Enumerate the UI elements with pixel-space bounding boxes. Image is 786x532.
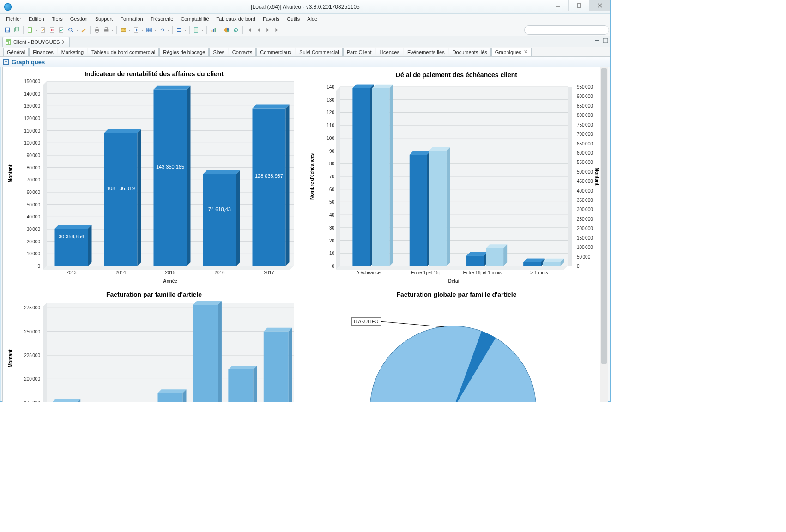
new-doc-icon[interactable]: [26, 26, 34, 34]
subtab-regles[interactable]: Règles de blocage: [159, 48, 209, 56]
subtab-tdb[interactable]: Tableau de bord commercial: [88, 48, 159, 56]
copy-icon[interactable]: [12, 26, 21, 34]
pie-chart-icon[interactable]: [223, 26, 231, 34]
export-icon[interactable]: [132, 26, 140, 34]
svg-text:2016: 2016: [214, 270, 225, 275]
menu-favoris[interactable]: Favoris: [260, 16, 282, 22]
subtab-commerciaux[interactable]: Commerciaux: [256, 48, 295, 56]
svg-text:143 350,165: 143 350,165: [156, 164, 184, 169]
window-buttons: [548, 0, 610, 11]
nav-next-icon[interactable]: [264, 26, 272, 34]
maximize-editor-icon[interactable]: [603, 38, 608, 43]
vertical-scrollbar[interactable]: ▴ ▾: [600, 67, 608, 402]
link-icon[interactable]: [158, 26, 166, 34]
editor-tab-client[interactable]: Client - BOUYGUES: [2, 37, 70, 47]
svg-text:850 000: 850 000: [577, 103, 593, 109]
svg-marker-93: [336, 266, 568, 270]
svg-rect-171: [466, 256, 484, 266]
nav-prev-icon[interactable]: [254, 26, 263, 34]
list-icon[interactable]: [175, 26, 183, 34]
svg-text:60: 60: [329, 187, 335, 192]
svg-text:80 000: 80 000: [27, 165, 41, 170]
dropdown-icon[interactable]: [35, 28, 38, 32]
svg-rect-185: [543, 262, 560, 266]
refresh-icon[interactable]: [232, 26, 240, 34]
subtab-marketing[interactable]: Marketing: [58, 48, 87, 56]
subtab-sites[interactable]: Sites: [209, 48, 228, 56]
search-doc-icon[interactable]: [67, 26, 75, 34]
svg-rect-79: [203, 174, 236, 266]
svg-rect-24: [6, 39, 11, 45]
svg-marker-154: [390, 85, 393, 266]
menu-outils[interactable]: Outils: [284, 16, 302, 22]
validate-doc-icon[interactable]: [57, 26, 66, 34]
subtab-contacts[interactable]: Contacts: [229, 48, 256, 56]
table-icon[interactable]: [145, 26, 153, 34]
menu-aide[interactable]: Aide: [304, 16, 320, 22]
subtab-graphiques[interactable]: Graphiques ✕: [491, 48, 532, 56]
menu-support[interactable]: Support: [92, 16, 116, 22]
svg-text:140 000: 140 000: [24, 91, 40, 97]
svg-text:650 000: 650 000: [577, 141, 593, 146]
dropdown-icon[interactable]: [141, 28, 144, 32]
print2-icon[interactable]: [102, 26, 110, 34]
close-button[interactable]: [589, 0, 610, 11]
pencil-icon[interactable]: [79, 26, 88, 34]
subtab-parc[interactable]: Parc Client: [343, 48, 375, 56]
delete-doc-icon[interactable]: [48, 26, 56, 34]
menu-formation[interactable]: Formation: [117, 16, 146, 22]
svg-text:> 1 mois: > 1 mois: [530, 270, 548, 275]
svg-rect-27: [595, 40, 599, 41]
svg-text:700 000: 700 000: [577, 132, 593, 137]
subtab-finances[interactable]: Finances: [29, 48, 57, 56]
subtab-label: Graphiques: [495, 49, 521, 55]
doc-green-icon[interactable]: [192, 26, 200, 34]
svg-rect-163: [429, 151, 447, 266]
svg-marker-176: [503, 244, 507, 266]
close-subtab-icon[interactable]: ✕: [524, 49, 528, 55]
subtab-general[interactable]: Général: [3, 48, 29, 56]
dropdown-icon[interactable]: [128, 28, 131, 32]
svg-marker-76: [187, 86, 191, 266]
dropdown-icon[interactable]: [167, 28, 170, 32]
maximize-button[interactable]: [568, 0, 589, 11]
subtab-docs[interactable]: Documents liés: [449, 48, 491, 56]
subtab-evts[interactable]: Evénements liés: [404, 48, 448, 56]
minimize-editor-icon[interactable]: [594, 38, 600, 43]
svg-text:100 000: 100 000: [577, 245, 593, 250]
dropdown-icon[interactable]: [76, 28, 79, 32]
svg-rect-3: [6, 30, 8, 32]
menu-tresorerie[interactable]: Trésorerie: [148, 16, 176, 22]
svg-text:8-AKUITEO: 8-AKUITEO: [354, 319, 379, 324]
edit-doc-icon[interactable]: [39, 26, 47, 34]
dropdown-icon[interactable]: [154, 28, 157, 32]
menu-gestion[interactable]: Gestion: [67, 16, 91, 22]
subtab-suivi[interactable]: Suivi Commercial: [296, 48, 343, 56]
menu-tdb[interactable]: Tableaux de bord: [214, 16, 258, 22]
save-icon[interactable]: [3, 26, 12, 34]
svg-text:Entre 1j et 15j: Entre 1j et 15j: [411, 270, 440, 275]
search-input[interactable]: [524, 25, 609, 35]
menu-fichier[interactable]: Fichier: [3, 16, 24, 22]
nav-last-icon[interactable]: [273, 26, 281, 34]
menu-edition[interactable]: Edition: [26, 16, 47, 22]
menu-tiers[interactable]: Tiers: [49, 16, 66, 22]
dropdown-icon[interactable]: [201, 28, 204, 32]
dropdown-icon[interactable]: [111, 28, 114, 32]
subtab-licences[interactable]: Licences: [376, 48, 403, 56]
nav-first-icon[interactable]: [245, 26, 254, 34]
chart-bar-icon[interactable]: [209, 26, 218, 34]
print-icon[interactable]: [93, 26, 101, 34]
close-tab-icon[interactable]: [62, 40, 67, 44]
scroll-thumb[interactable]: [601, 68, 607, 364]
dropdown-icon[interactable]: [184, 28, 187, 32]
menu-comptabilite[interactable]: Comptabilité: [178, 16, 212, 22]
svg-marker-183: [523, 259, 544, 262]
svg-rect-28: [603, 38, 608, 43]
svg-marker-92: [336, 87, 340, 270]
svg-text:90: 90: [329, 149, 335, 154]
minimize-button[interactable]: [548, 0, 568, 11]
collapse-icon[interactable]: −: [3, 59, 9, 65]
svg-marker-218: [158, 389, 187, 393]
envelope-icon[interactable]: [119, 26, 127, 34]
